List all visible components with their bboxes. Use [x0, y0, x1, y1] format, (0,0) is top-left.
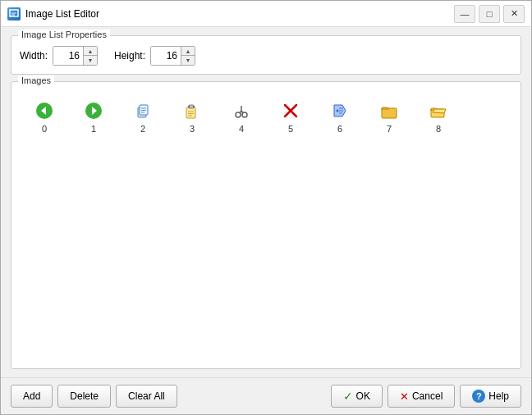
width-decrement-button[interactable]: ▼ [84, 56, 97, 65]
x-icon: ✕ [400, 390, 409, 403]
forward-arrow-icon [84, 101, 103, 121]
images-grid: 0 1 [11, 82, 521, 368]
width-spin: ▲ ▼ [53, 46, 98, 66]
svg-rect-12 [186, 107, 195, 118]
image-index: 6 [337, 124, 342, 134]
images-label: Images [18, 75, 54, 85]
list-item[interactable]: 6 [315, 95, 365, 138]
list-item[interactable]: 2 [118, 95, 167, 138]
width-prop: Width: ▲ ▼ [20, 46, 98, 66]
image-index: 7 [387, 124, 392, 134]
tag-icon [330, 101, 350, 121]
folder-open-icon [429, 101, 448, 121]
height-increment-button[interactable]: ▲ [181, 47, 195, 56]
properties-label: Image List Properties [18, 30, 110, 39]
title-bar-controls: — □ ✕ [454, 5, 525, 23]
back-arrow-icon [34, 101, 54, 121]
help-label: Help [488, 390, 509, 402]
image-index: 8 [436, 124, 441, 134]
list-item[interactable]: 5 [266, 95, 315, 138]
height-input[interactable] [151, 47, 181, 65]
image-index: 5 [288, 124, 293, 134]
delete-icon [281, 101, 300, 121]
list-item[interactable]: 1 [69, 95, 118, 138]
ok-button[interactable]: ✓ OK [331, 385, 383, 408]
image-index: 4 [239, 124, 244, 134]
width-spin-buttons: ▲ ▼ [83, 47, 97, 65]
add-button[interactable]: Add [11, 385, 53, 408]
image-index: 2 [140, 124, 145, 134]
ok-label: OK [356, 390, 370, 402]
svg-point-27 [337, 110, 339, 112]
height-label: Height: [114, 50, 145, 62]
list-item[interactable]: 4 [217, 95, 266, 138]
window-icon [7, 7, 21, 21]
list-item[interactable]: 8 [414, 95, 463, 138]
image-index: 0 [42, 124, 47, 134]
cancel-label: Cancel [412, 390, 443, 402]
delete-button[interactable]: Delete [57, 385, 111, 408]
svg-rect-14 [188, 106, 190, 107]
window-title: Image List Editor [25, 8, 454, 20]
main-window: Image List Editor — □ ✕ Image List Prope… [0, 0, 532, 415]
image-index: 3 [190, 124, 195, 134]
paste-icon [182, 101, 202, 121]
height-spin-buttons: ▲ ▼ [181, 47, 195, 65]
image-index: 1 [91, 124, 96, 134]
main-content: Image List Properties Width: ▲ ▼ Height: [1, 27, 531, 377]
height-spin: ▲ ▼ [150, 46, 195, 66]
title-bar: Image List Editor — □ ✕ [1, 1, 531, 27]
delete-label: Delete [70, 390, 99, 402]
help-icon: ? [472, 390, 485, 403]
add-label: Add [23, 390, 40, 402]
cut-icon [232, 101, 251, 121]
svg-line-22 [241, 111, 243, 113]
width-increment-button[interactable]: ▲ [84, 47, 97, 56]
footer: Add Delete Clear All ✓ OK ✕ Cancel ? Hel… [1, 377, 531, 414]
cancel-button[interactable]: ✕ Cancel [388, 385, 455, 408]
minimize-button[interactable]: — [454, 5, 475, 23]
width-label: Width: [20, 50, 48, 62]
check-icon: ✓ [343, 390, 353, 403]
height-decrement-button[interactable]: ▼ [181, 56, 195, 65]
width-input[interactable] [53, 47, 83, 65]
maximize-button[interactable]: □ [479, 5, 500, 23]
list-item[interactable]: 7 [365, 95, 414, 138]
properties-group: Image List Properties Width: ▲ ▼ Height: [11, 35, 521, 75]
images-section: Images 0 [11, 81, 521, 369]
list-item[interactable]: 0 [20, 95, 69, 138]
help-button[interactable]: ? Help [460, 385, 521, 408]
height-prop: Height: ▲ ▼ [114, 46, 195, 66]
svg-rect-8 [140, 105, 148, 115]
close-button[interactable]: ✕ [503, 5, 525, 23]
footer-left: Add Delete Clear All [11, 385, 177, 408]
clear-all-label: Clear All [128, 390, 165, 402]
footer-right: ✓ OK ✕ Cancel ? Help [331, 385, 521, 408]
clear-all-button[interactable]: Clear All [116, 385, 177, 408]
copy-icon [133, 101, 153, 121]
svg-rect-15 [193, 106, 195, 107]
properties-row: Width: ▲ ▼ Height: ▲ [20, 46, 512, 66]
folder-icon [379, 101, 399, 121]
svg-rect-31 [382, 108, 397, 118]
list-item[interactable]: 3 [167, 95, 217, 138]
